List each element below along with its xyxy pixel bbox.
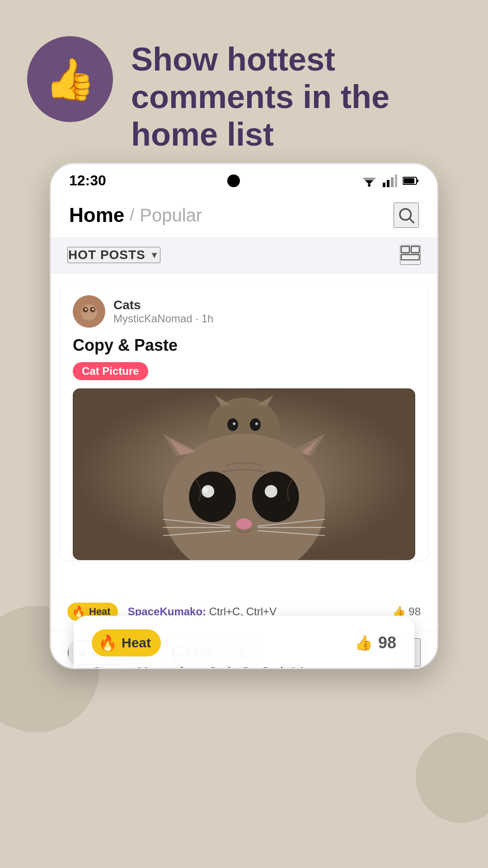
svg-rect-9 [404,178,414,184]
dropdown-arrow-icon: ▼ [150,250,160,260]
svg-rect-13 [411,246,419,253]
svg-point-20 [92,308,94,310]
svg-point-40 [203,487,208,492]
post-subreddit[interactable]: Cats [113,298,213,312]
nav-title: Home / Popular [69,204,202,226]
hot-posts-label: HOT POSTS [68,248,145,262]
svg-point-10 [400,209,411,220]
heat-pill: 🔥 Heat [92,629,161,656]
like-count-large: 👍 98 [355,633,396,652]
nav-separator: / [130,206,134,225]
hot-posts-filter[interactable]: HOT POSTS ▼ [67,247,160,263]
svg-line-11 [410,219,414,223]
comment-text-large: Ctrl+C, Ctrl+V [207,664,303,669]
search-icon [397,206,416,225]
svg-rect-8 [417,179,418,182]
svg-point-28 [250,418,261,431]
status-time: 12:30 [69,172,106,189]
avatar-image [73,295,105,328]
post-header: Cats MysticKaNomad · 1h [73,295,415,328]
svg-rect-5 [391,177,394,187]
signal-icon [383,175,397,187]
like-number-small: 98 [408,605,421,618]
svg-point-16 [81,304,97,321]
bg-decoration-right [416,732,488,823]
status-icons [361,175,419,187]
svg-rect-12 [401,246,409,253]
thumbs-up-circle: 👍 [27,36,113,122]
svg-point-2 [368,184,371,187]
camera-dot [227,175,240,187]
layout-icon [401,246,420,260]
header-title: Show hottest [131,41,335,77]
svg-point-19 [85,308,87,310]
svg-marker-1 [362,178,376,184]
header-title-line2: comments in the [131,79,389,115]
svg-rect-14 [401,255,419,260]
search-button[interactable] [394,203,419,228]
phone-mockup: 12:30 Home [50,163,438,669]
cat-image-svg [73,388,415,560]
filter-bar: HOT POSTS ▼ [51,237,437,274]
svg-rect-6 [395,175,397,187]
post-author: MysticKaNomad · 1h [113,312,213,325]
svg-point-30 [255,422,258,425]
nav-home-label[interactable]: Home [69,204,124,226]
svg-point-39 [265,485,277,498]
heat-comment-large: SpaceKumako: Ctrl+C, Ctrl+V [92,664,396,669]
svg-point-41 [236,519,252,529]
header-title-line3: home list [131,116,274,152]
post-title: Copy & Paste [73,336,415,355]
heat-badge-top: 🔥 Heat 👍 98 [92,629,396,656]
heat-label: Heat [122,635,151,651]
like-number-large: 98 [378,633,396,652]
header-section: 👍 Show hottest comments in the home list [0,0,488,171]
fire-icon: 🔥 [98,634,117,652]
svg-point-38 [202,485,214,498]
status-bar: 12:30 [51,164,437,193]
header-text: Show hottest comments in the home list [131,36,389,153]
nav-popular-label[interactable]: Popular [140,205,202,226]
svg-rect-3 [383,183,385,187]
comment-username-large[interactable]: SpaceKumako: [92,664,203,669]
wifi-icon [361,175,377,187]
avatar [73,295,105,328]
svg-point-29 [233,422,235,425]
thumbs-up-icon: 👍 [45,56,95,103]
svg-point-37 [252,472,299,522]
heat-badge-floating: 🔥 Heat 👍 98 SpaceKumako: Ctrl+C, Ctrl+V [74,616,414,669]
post-meta: Cats MysticKaNomad · 1h [113,298,213,325]
like-icon-large: 👍 [355,634,373,651]
post-image [73,388,415,560]
nav-bar: Home / Popular [51,193,437,237]
svg-point-36 [189,472,236,522]
post-tag[interactable]: Cat Picture [73,362,148,380]
battery-icon [403,176,419,186]
layout-toggle-button[interactable] [400,245,421,265]
post-card[interactable]: Cats MysticKaNomad · 1h Copy & Paste Cat… [60,283,428,560]
svg-point-27 [227,418,238,431]
svg-rect-4 [387,180,389,187]
